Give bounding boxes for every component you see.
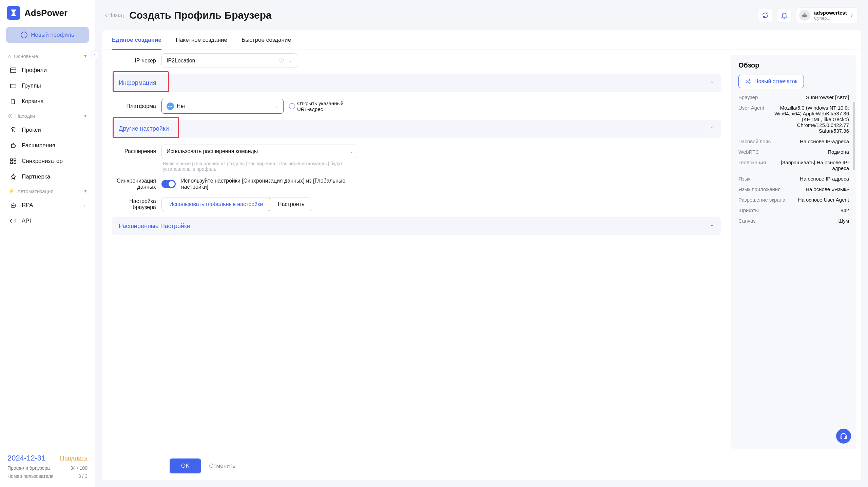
sync-text: Используйте настройки [Синхронизация дан… bbox=[181, 178, 358, 190]
sidebar: AdsPower + Новый профиль ‹ ⌂ Основные ▾ … bbox=[0, 0, 95, 487]
extensions-select[interactable]: Использовать расширения команды ⌄ bbox=[161, 145, 358, 158]
plus-circle-icon: + bbox=[289, 103, 295, 109]
avatar bbox=[799, 10, 810, 21]
overview-key: WebRTC bbox=[738, 149, 759, 155]
extensions-label: Расширения bbox=[112, 148, 156, 154]
overview-key: Язык приложения bbox=[738, 186, 780, 192]
section-title: Другие настройки bbox=[119, 125, 169, 132]
bell-icon bbox=[780, 12, 788, 19]
sidebar-item-trash[interactable]: Корзина bbox=[6, 94, 89, 109]
svg-rect-2 bbox=[11, 159, 13, 161]
section-other[interactable]: Другие настройки ⌃ bbox=[112, 120, 721, 138]
open-url-link[interactable]: + Открыть указанный URL-адрес bbox=[289, 100, 355, 112]
sidebar-item-label: Профили bbox=[22, 67, 47, 74]
refresh-icon bbox=[761, 12, 769, 19]
avatar-icon bbox=[801, 12, 808, 19]
robot-icon bbox=[9, 202, 17, 209]
section-info[interactable]: Информация ⌃ bbox=[112, 74, 721, 92]
platform-label: Платформа bbox=[112, 103, 156, 109]
notifications-button[interactable] bbox=[777, 8, 791, 22]
chevron-down-icon: ▾ bbox=[84, 113, 87, 119]
overview-value: 842 bbox=[841, 207, 849, 213]
svg-point-11 bbox=[804, 13, 806, 15]
sync-toggle[interactable] bbox=[161, 180, 176, 188]
sidebar-item-extensions[interactable]: Расширения bbox=[6, 138, 89, 153]
sidebar-item-partner[interactable]: Партнерка bbox=[6, 169, 89, 185]
overview-value: На основе «Язык» bbox=[806, 186, 849, 192]
browser-settings-custom[interactable]: Настроить bbox=[270, 198, 312, 211]
nav-section-auto[interactable]: ⚡ Автоматизация ▾ bbox=[6, 185, 89, 198]
extend-link[interactable]: Продлить bbox=[60, 455, 88, 462]
browser-settings-global[interactable]: Использовать глобальные настройки bbox=[161, 198, 271, 211]
home-icon: ⌂ bbox=[8, 53, 11, 59]
overview-row: User-AgentMozilla/5.0 (Windows NT 10.0; … bbox=[738, 105, 849, 134]
sidebar-item-rpa[interactable]: RPA › bbox=[6, 198, 89, 213]
sidebar-item-groups[interactable]: Группы bbox=[6, 78, 89, 94]
overview-value: [Запрашивать] На основе IP-адреса bbox=[771, 160, 849, 171]
sidebar-item-label: Прокси bbox=[22, 127, 41, 133]
sidebar-item-sync[interactable]: Синхронизатор bbox=[6, 153, 89, 169]
tab-single[interactable]: Единое создание bbox=[112, 37, 161, 50]
tab-quick[interactable]: Быстрое создание bbox=[242, 37, 291, 50]
nav-section-basic[interactable]: ⌂ Основные ▾ bbox=[6, 50, 89, 62]
tabs: Единое создание Пакетное создание Быстро… bbox=[102, 30, 861, 50]
overview-panel: Обзор Новый отпечаток БраузерSunBrowser … bbox=[731, 55, 856, 449]
ip-checker-value: IP2Location bbox=[167, 58, 195, 64]
svg-rect-6 bbox=[11, 204, 15, 207]
nav-section-label: Автоматизация bbox=[17, 188, 54, 194]
sidebar-item-label: RPA bbox=[22, 202, 33, 209]
section-title: Расширенные Настройки bbox=[119, 223, 190, 230]
overview-key: Шрифты bbox=[738, 207, 759, 213]
ok-button[interactable]: OK bbox=[170, 458, 201, 473]
new-fingerprint-button[interactable]: Новый отпечаток bbox=[738, 75, 804, 88]
overview-row: Разрешение экранаНа основе User Agent bbox=[738, 197, 849, 203]
chevron-up-icon: ⌃ bbox=[710, 126, 714, 132]
overview-key: Браузер bbox=[738, 94, 758, 100]
sidebar-item-profiles[interactable]: Профили bbox=[6, 62, 89, 78]
footer-actions: OK Отменить bbox=[102, 454, 861, 480]
api-icon bbox=[9, 217, 17, 225]
svg-rect-4 bbox=[11, 162, 13, 164]
scrollbar[interactable] bbox=[853, 102, 855, 170]
overview-row: WebRTCПодмена bbox=[738, 149, 849, 155]
back-button[interactable]: ‹ Назад bbox=[105, 12, 124, 18]
chevron-down-icon: ▾ bbox=[84, 188, 87, 194]
logo-icon bbox=[7, 6, 20, 20]
overview-value: На основе User Agent bbox=[798, 197, 849, 203]
platform-select[interactable]: ••• Нет ⌄ bbox=[161, 99, 284, 114]
overview-value: Mozilla/5.0 (Windows NT 10.0; Win64; x64… bbox=[770, 105, 849, 134]
overview-key: User-Agent bbox=[738, 105, 764, 134]
nav-section-finds[interactable]: ◎ Находки ▾ bbox=[6, 109, 89, 122]
svg-point-8 bbox=[14, 205, 14, 206]
profiles-count-label: Профили браузера bbox=[7, 465, 50, 471]
overview-row: Геолокация[Запрашивать] На основе IP-адр… bbox=[738, 160, 849, 171]
chevron-down-icon: ⌄ bbox=[275, 104, 278, 109]
cancel-button[interactable]: Отменить bbox=[209, 463, 236, 469]
sidebar-item-api[interactable]: API bbox=[6, 213, 89, 229]
collapse-sidebar-button[interactable]: ‹ bbox=[91, 50, 99, 58]
overview-value: SunBrowser [Авто] bbox=[806, 94, 849, 100]
bolt-icon: ⚡ bbox=[8, 188, 15, 194]
section-advanced[interactable]: Расширенные Настройки ⌄ bbox=[112, 217, 721, 235]
overview-row: Шрифты842 bbox=[738, 207, 849, 213]
overview-key: Разрешение экрана bbox=[738, 197, 785, 203]
ip-checker-select[interactable]: IP2Location ⓘ ⌄ bbox=[161, 53, 297, 68]
new-profile-button[interactable]: + Новый профиль bbox=[6, 27, 89, 43]
browser-settings-label: Настройка браузера bbox=[112, 198, 156, 210]
overview-title: Обзор bbox=[738, 61, 849, 69]
chevron-right-icon: › bbox=[851, 12, 853, 18]
overview-key: Геолокация bbox=[738, 160, 766, 171]
plus-icon: + bbox=[21, 32, 27, 38]
star-icon bbox=[9, 173, 17, 181]
help-button[interactable] bbox=[836, 429, 851, 444]
logo: AdsPower bbox=[0, 0, 95, 27]
sync-button[interactable] bbox=[758, 8, 772, 22]
user-menu[interactable]: adspowertest Супер... › bbox=[796, 7, 858, 23]
tab-batch[interactable]: Пакетное создание bbox=[176, 37, 227, 50]
overview-key: Canvas bbox=[738, 218, 756, 224]
folder-icon bbox=[9, 82, 17, 90]
platform-badge-icon: ••• bbox=[167, 102, 174, 110]
new-profile-label: Новый профиль bbox=[31, 32, 74, 38]
sidebar-item-proxy[interactable]: Прокси bbox=[6, 122, 89, 138]
chevron-down-icon: ⌄ bbox=[710, 224, 714, 229]
